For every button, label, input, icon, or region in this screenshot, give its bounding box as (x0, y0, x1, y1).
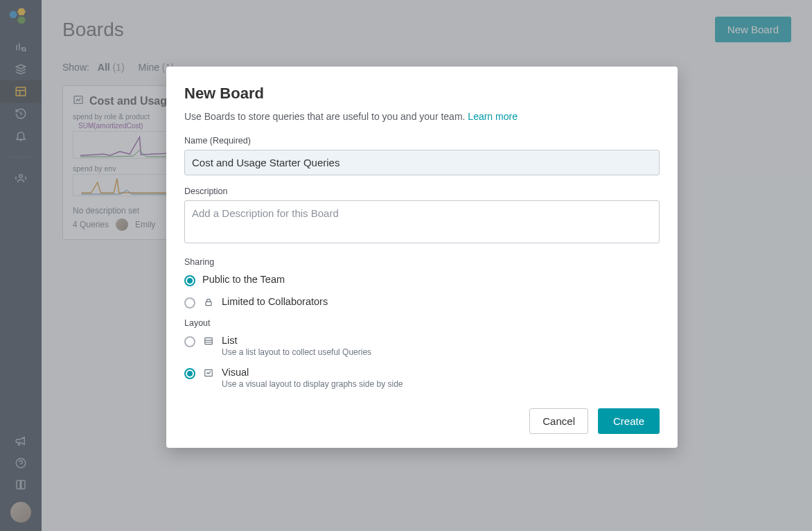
create-button[interactable]: Create (598, 408, 660, 434)
lock-icon (202, 297, 215, 307)
sharing-label: Sharing (184, 257, 660, 267)
sharing-public-option[interactable]: Public to the Team (184, 274, 660, 286)
layout-label: Layout (184, 318, 660, 328)
modal-title: New Board (184, 85, 660, 103)
layout-visual-title: Visual (222, 367, 403, 378)
svg-rect-9 (205, 338, 213, 344)
svg-rect-8 (206, 302, 211, 305)
layout-list-option[interactable]: List Use a list layout to collect useful… (184, 335, 660, 357)
board-description-input[interactable] (184, 200, 660, 243)
board-name-input[interactable] (184, 150, 660, 175)
layout-list-title: List (222, 335, 371, 346)
list-icon (202, 336, 215, 346)
name-label: Name (Required) (184, 136, 660, 146)
radio-selected-icon (184, 275, 195, 286)
description-label: Description (184, 186, 660, 196)
sharing-limited-label: Limited to Collaborators (222, 296, 328, 307)
sharing-public-label: Public to the Team (202, 274, 285, 285)
modal-description: Use Boards to store queries that are use… (184, 111, 660, 122)
new-board-modal: New Board Use Boards to store queries th… (166, 67, 678, 448)
modal-actions: Cancel Create (184, 408, 660, 434)
learn-more-link[interactable]: Learn more (468, 111, 518, 122)
radio-unselected-icon (184, 297, 195, 308)
cancel-button[interactable]: Cancel (529, 408, 588, 434)
layout-visual-option[interactable]: Visual Use a visual layout to display gr… (184, 367, 660, 389)
layout-list-sub: Use a list layout to collect useful Quer… (222, 347, 371, 357)
layout-visual-sub: Use a visual layout to display graphs si… (222, 379, 403, 389)
visual-icon (202, 368, 215, 378)
radio-selected-icon (184, 368, 195, 379)
radio-unselected-icon (184, 336, 195, 347)
sharing-limited-option[interactable]: Limited to Collaborators (184, 296, 660, 308)
